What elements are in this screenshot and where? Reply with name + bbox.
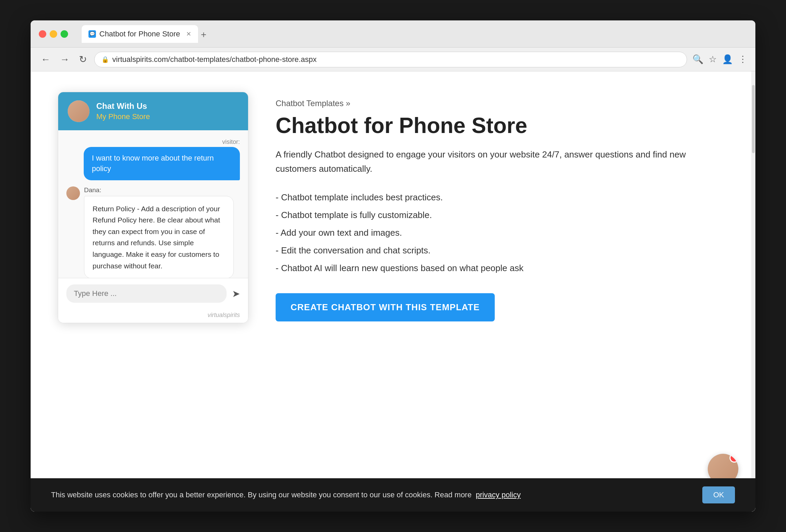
scrollbar-track: [751, 71, 755, 512]
agent-message-group: Dana: Return Policy - Add a description …: [66, 186, 240, 278]
close-window-button[interactable]: [39, 30, 46, 38]
agent-message-content: Dana: Return Policy - Add a description …: [84, 186, 234, 278]
send-button[interactable]: ➤: [232, 288, 240, 299]
chat-header-info: Chat With Us My Phone Store: [96, 101, 150, 121]
cookie-text: This website uses cookies to offer you a…: [51, 491, 695, 499]
tab-bar: 💬 Chatbot for Phone Store ✕ +: [82, 25, 209, 43]
menu-icon[interactable]: ⋮: [738, 54, 747, 65]
bookmark-icon[interactable]: ☆: [709, 54, 717, 65]
feature-item-5: - Chatbot AI will learn new questions ba…: [276, 259, 728, 277]
agent-name: Dana:: [84, 186, 234, 194]
chat-agent-avatar: [68, 100, 89, 122]
chat-header-title: Chat With Us: [96, 101, 150, 111]
chat-messages: visitor: I want to know more about the r…: [58, 130, 248, 278]
features-list: - Chatbot template includes best practic…: [276, 188, 728, 277]
visitor-label: visitor:: [222, 138, 240, 146]
chat-input-area: ➤: [58, 278, 248, 309]
active-tab[interactable]: 💬 Chatbot for Phone Store ✕: [82, 25, 198, 43]
new-tab-button[interactable]: +: [198, 27, 209, 43]
url-text: virtualspirits.com/chatbot-templates/cha…: [112, 55, 316, 64]
tab-title: Chatbot for Phone Store: [99, 30, 180, 38]
chat-subtitle-accent: Store: [132, 112, 150, 121]
cta-button[interactable]: CREATE CHATBOT WITH THIS TEMPLATE: [276, 293, 495, 321]
browser-toolbar: ← → ↻ 🔒 virtualspirits.com/chatbot-templ…: [31, 48, 755, 71]
toolbar-actions: 🔍 ☆ 👤 ⋮: [692, 54, 747, 65]
back-button[interactable]: ←: [39, 53, 52, 66]
maximize-window-button[interactable]: [61, 30, 68, 38]
window-controls: [39, 30, 68, 38]
chat-widget: Chat With Us My Phone Store visitor: I w…: [58, 92, 248, 323]
chat-notification-badge: [730, 454, 738, 463]
feature-item-3: - Add your own text and images.: [276, 224, 728, 242]
agent-mini-avatar: [66, 186, 80, 200]
privacy-policy-link[interactable]: privacy policy: [476, 491, 521, 499]
search-icon[interactable]: 🔍: [692, 54, 703, 65]
browser-titlebar: 💬 Chatbot for Phone Store ✕ +: [31, 20, 755, 48]
visitor-bubble: I want to know more about the return pol…: [84, 147, 240, 180]
agent-bubble: Return Policy - Add a description of you…: [84, 196, 234, 278]
address-bar[interactable]: 🔒 virtualspirits.com/chatbot-templates/c…: [94, 52, 687, 67]
account-icon[interactable]: 👤: [722, 54, 733, 65]
page-title: Chatbot for Phone Store: [276, 114, 728, 137]
browser-window: 💬 Chatbot for Phone Store ✕ + ← → ↻ 🔒 vi…: [31, 20, 755, 512]
refresh-button[interactable]: ↻: [77, 53, 89, 66]
feature-item-1: - Chatbot template includes best practic…: [276, 188, 728, 206]
send-icon: ➤: [232, 288, 240, 299]
chat-subtitle-pre: My Phone: [96, 112, 132, 121]
forward-button[interactable]: →: [58, 53, 71, 66]
feature-item-2: - Chatbot template is fully customizable…: [276, 206, 728, 224]
page-content: Chat With Us My Phone Store visitor: I w…: [31, 71, 755, 512]
chat-footer-brand: virtualspirits: [58, 309, 248, 323]
scrollbar-thumb[interactable]: [752, 85, 755, 153]
cookie-message: This website uses cookies to offer you a…: [51, 491, 472, 499]
tab-close-button[interactable]: ✕: [186, 30, 191, 38]
cookie-ok-button[interactable]: OK: [702, 486, 735, 503]
browser-content: Chat With Us My Phone Store visitor: I w…: [31, 71, 755, 512]
right-content: Chatbot Templates » Chatbot for Phone St…: [276, 92, 728, 491]
page-description: A friendly Chatbot designed to engage yo…: [276, 148, 728, 176]
chat-header-subtitle: My Phone Store: [96, 112, 150, 121]
visitor-message-group: visitor: I want to know more about the r…: [66, 138, 240, 180]
chat-header: Chat With Us My Phone Store: [58, 92, 248, 130]
minimize-window-button[interactable]: [50, 30, 57, 38]
feature-item-4: - Edit the conversation and chat scripts…: [276, 242, 728, 259]
breadcrumb: Chatbot Templates »: [276, 99, 728, 108]
tab-favicon-icon: 💬: [88, 30, 96, 38]
cookie-banner: This website uses cookies to offer you a…: [31, 478, 755, 512]
chat-input[interactable]: [66, 284, 227, 303]
lock-icon: 🔒: [101, 56, 109, 63]
